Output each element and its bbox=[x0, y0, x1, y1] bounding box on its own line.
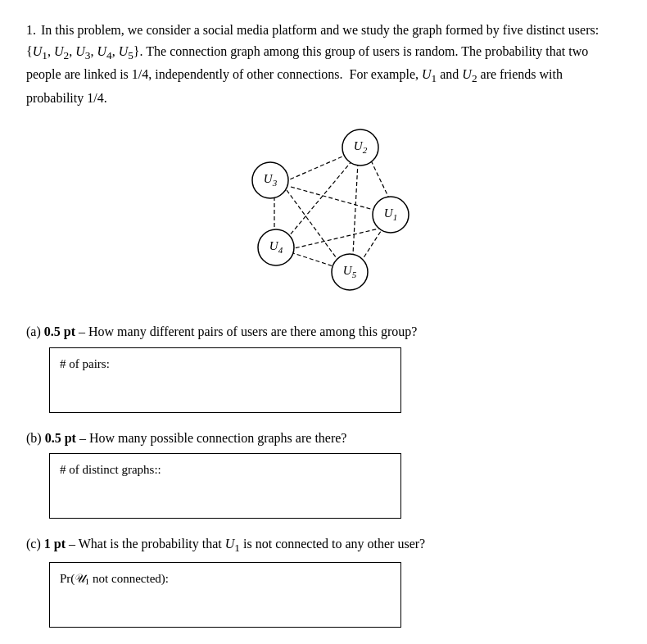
node-u4: U4 bbox=[258, 229, 294, 265]
question-a-label: (a) 0.5 pt – How many different pairs of… bbox=[26, 321, 621, 342]
answer-box-b-label: # of distinct graphs:: bbox=[60, 463, 161, 476]
answer-box-b: # of distinct graphs:: bbox=[49, 453, 401, 519]
question-b-text: – How many possible connection graphs ar… bbox=[76, 431, 347, 445]
problem-statement: 1. In this problem, we consider a social… bbox=[26, 20, 621, 108]
question-b: (b) 0.5 pt – How many possible connectio… bbox=[26, 428, 621, 519]
svg-line-0 bbox=[284, 154, 348, 182]
question-a-text: – How many different pairs of users are … bbox=[75, 324, 417, 338]
svg-line-7 bbox=[291, 228, 382, 249]
question-a-part: (a) bbox=[26, 324, 44, 338]
svg-line-4 bbox=[371, 161, 389, 198]
question-c-text: – What is the probability that U1 is not… bbox=[66, 537, 425, 551]
answer-box-a-label: # of pairs: bbox=[60, 357, 110, 370]
graph-svg: U2 U3 U1 U4 U5 bbox=[209, 123, 438, 303]
svg-line-6 bbox=[353, 162, 358, 254]
answer-box-a: # of pairs: bbox=[49, 347, 401, 413]
svg-line-8 bbox=[363, 226, 384, 259]
node-u3: U3 bbox=[252, 162, 288, 198]
svg-line-1 bbox=[291, 187, 379, 211]
graph-diagram: U2 U3 U1 U4 U5 bbox=[26, 123, 621, 303]
question-a-points: 0.5 pt bbox=[44, 324, 75, 338]
question-b-points: 0.5 pt bbox=[45, 431, 76, 445]
node-u2: U2 bbox=[342, 129, 378, 166]
question-b-part: (b) bbox=[26, 431, 45, 445]
question-c-label: (c) 1 pt – What is the probability that … bbox=[26, 533, 621, 557]
svg-line-9 bbox=[291, 252, 336, 267]
node-u5: U5 bbox=[332, 254, 368, 290]
question-c-part: (c) bbox=[26, 537, 44, 551]
question-b-label: (b) 0.5 pt – How many possible connectio… bbox=[26, 428, 621, 449]
question-c-points: 1 pt bbox=[44, 537, 66, 551]
svg-line-5 bbox=[289, 161, 352, 236]
problem-number: 1. bbox=[26, 20, 36, 41]
answer-box-c: Pr(𝒰₁ not connected): bbox=[49, 562, 401, 628]
question-a: (a) 0.5 pt – How many different pairs of… bbox=[26, 321, 621, 413]
question-c: (c) 1 pt – What is the probability that … bbox=[26, 533, 621, 628]
node-u1: U1 bbox=[373, 197, 409, 233]
answer-box-c-label: Pr(𝒰₁ not connected): bbox=[60, 572, 169, 585]
